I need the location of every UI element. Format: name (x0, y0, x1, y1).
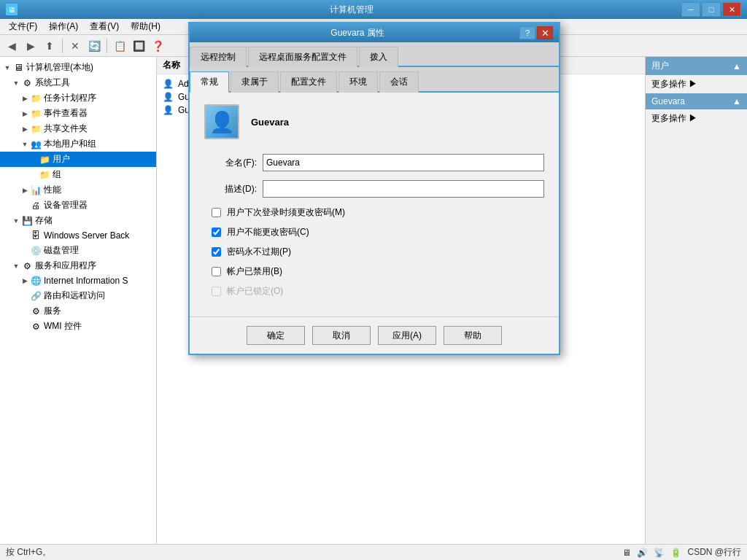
dialog-tabs-row1: 远程控制 远程桌面服务配置文件 拨入 (190, 42, 559, 67)
refresh-button[interactable]: 🔄 (85, 37, 103, 55)
never-expires-label[interactable]: 密码永不过期(P) (227, 246, 291, 258)
tree-device-manager[interactable]: 🖨 设备管理器 (0, 198, 156, 213)
tree-performance[interactable]: ▶ 📊 性能 (0, 182, 156, 198)
user-avatar-icon: 👤 (209, 110, 235, 134)
tree-services[interactable]: ⚙ 服务 (0, 303, 156, 319)
status-icon-network: 📡 (654, 548, 665, 558)
tree-iis[interactable]: ▶ 🌐 Internet Information S (0, 273, 156, 288)
forward-button[interactable]: ▶ (22, 37, 39, 55)
title-bar: 🖥 计算机管理 ─ □ ✕ (0, 0, 747, 19)
up-button[interactable]: ⬆ (41, 37, 58, 55)
right-actions-panel: 用户 ▲ 更多操作 ▶ Guevara ▲ 更多操作 ▶ (645, 57, 747, 544)
toggle-users[interactable]: ▼ (20, 140, 29, 149)
desc-input[interactable] (263, 180, 544, 198)
folder-icon-4: 📁 (39, 154, 50, 166)
toggle-system[interactable]: ▼ (12, 79, 20, 88)
tab-profile[interactable]: 配置文件 (280, 71, 337, 93)
tab-dial-in[interactable]: 拨入 (359, 47, 398, 67)
menu-help[interactable]: 帮助(H) (125, 19, 166, 34)
ok-button[interactable]: 确定 (247, 326, 305, 345)
menu-file[interactable]: 文件(F) (3, 19, 43, 34)
maximize-button[interactable]: □ (702, 2, 721, 17)
tab-remote-control[interactable]: 远程控制 (190, 47, 247, 67)
toggle-perf[interactable]: ▶ (20, 186, 29, 195)
toggle-event[interactable]: ▶ (20, 109, 29, 118)
cancel-button[interactable]: 取消 (312, 326, 371, 345)
menu-action[interactable]: 操作(A) (43, 19, 84, 34)
stop-button[interactable]: ✕ (66, 37, 84, 55)
toggle-task[interactable]: ▶ (20, 94, 29, 103)
must-change-label[interactable]: 用户下次登录时须更改密码(M) (227, 206, 345, 219)
dialog-title-bar: Guevara 属性 ? ✕ (190, 23, 559, 42)
cannot-change-checkbox[interactable] (212, 228, 221, 237)
toggle-root[interactable]: ▼ (3, 63, 12, 72)
toggle-groups (29, 171, 38, 179)
device-icon: 🖨 (30, 200, 42, 211)
tab-remote-desktop[interactable]: 远程桌面服务配置文件 (248, 47, 357, 67)
cannot-change-label[interactable]: 用户不能更改密码(C) (227, 226, 309, 238)
dialog-title: Guevara 属性 (196, 27, 519, 39)
toggle-backup (20, 231, 29, 240)
tree-task-scheduler[interactable]: ▶ 📁 任务计划程序 (0, 90, 156, 106)
toggle-services[interactable]: ▼ (12, 262, 20, 271)
tree-users[interactable]: 📁 用户 (0, 152, 156, 167)
fullname-input[interactable] (263, 154, 544, 171)
tree-label-backup: Windows Server Back (44, 230, 129, 241)
tab-sessions[interactable]: 会话 (379, 71, 419, 93)
menu-view[interactable]: 查看(V) (84, 19, 125, 34)
tree-local-users[interactable]: ▼ 👥 本地用户和组 (0, 136, 156, 152)
tab-general[interactable]: 常规 (190, 71, 229, 93)
minimize-button[interactable]: ─ (681, 2, 700, 17)
storage-icon: 💾 (21, 215, 33, 227)
apply-button[interactable]: 应用(A) (378, 326, 436, 345)
collapse-icon-users[interactable]: ▲ (732, 61, 741, 71)
status-icon-time: CSDN @行行 (687, 546, 741, 559)
tree-disk-mgmt[interactable]: 💿 磁盘管理 (0, 243, 156, 258)
help-button[interactable]: ❓ (149, 37, 166, 55)
account-disabled-label[interactable]: 帐户已禁用(B) (227, 265, 282, 278)
status-icon-battery: 🔋 (670, 548, 681, 558)
toolbar-sep-2 (107, 39, 107, 53)
tree-routing[interactable]: 🔗 路由和远程访问 (0, 288, 156, 303)
checkbox-cannot-change: 用户不能更改密码(C) (204, 226, 544, 238)
right-more-actions-guevara[interactable]: 更多操作 ▶ (646, 109, 747, 128)
tree-groups[interactable]: 📁 组 (0, 167, 156, 182)
dialog-close-button[interactable]: ✕ (537, 26, 553, 39)
toggle-shared[interactable]: ▶ (20, 125, 29, 133)
tree-windows-backup[interactable]: 🗄 Windows Server Back (0, 228, 156, 243)
toggle-routing (20, 292, 29, 300)
tree-shared-folders[interactable]: ▶ 📁 共享文件夹 (0, 121, 156, 136)
user-avatar: 👤 (204, 104, 239, 139)
desc-row: 描述(D): (204, 180, 544, 198)
account-locked-checkbox (212, 287, 221, 296)
tab-environment[interactable]: 环境 (338, 71, 378, 93)
tree-event-viewer[interactable]: ▶ 📁 事件查看器 (0, 106, 156, 121)
checkbox-locked: 帐户已锁定(O) (204, 285, 544, 298)
tree-wmi[interactable]: ⚙ WMI 控件 (0, 319, 156, 334)
help-dialog-button[interactable]: 帮助 (444, 326, 502, 345)
account-disabled-checkbox[interactable] (212, 267, 221, 276)
dialog-help-button[interactable]: ? (519, 26, 535, 39)
tree-label-groups: 组 (53, 168, 61, 181)
must-change-checkbox[interactable] (212, 208, 221, 217)
export-button[interactable]: 📋 (111, 37, 128, 55)
folder-icon-2: 📁 (30, 108, 42, 120)
tree-root[interactable]: ▼ 🖥 计算机管理(本地) (0, 60, 156, 75)
tree-system-tools[interactable]: ▼ ⚙ 系统工具 (0, 75, 156, 90)
toggle-iis[interactable]: ▶ (20, 276, 29, 285)
back-button[interactable]: ◀ (3, 37, 20, 55)
routing-icon: 🔗 (30, 290, 42, 302)
collapse-icon-guevara[interactable]: ▲ (732, 96, 741, 106)
toggle-storage[interactable]: ▼ (12, 217, 20, 225)
disk-icon: 💿 (30, 245, 42, 257)
right-more-actions-users[interactable]: 更多操作 ▶ (646, 75, 747, 93)
properties-button[interactable]: 🔲 (130, 37, 147, 55)
never-expires-checkbox[interactable] (212, 247, 221, 257)
tree-services-apps[interactable]: ▼ ⚙ 服务和应用程序 (0, 258, 156, 273)
folder-icon-1: 📁 (30, 93, 42, 104)
tab-member-of[interactable]: 隶属于 (231, 71, 279, 93)
close-button[interactable]: ✕ (722, 2, 741, 17)
list-icon-1: 👤 (163, 79, 174, 89)
toolbar-sep-1 (62, 39, 63, 53)
tree-storage[interactable]: ▼ 💾 存储 (0, 213, 156, 228)
